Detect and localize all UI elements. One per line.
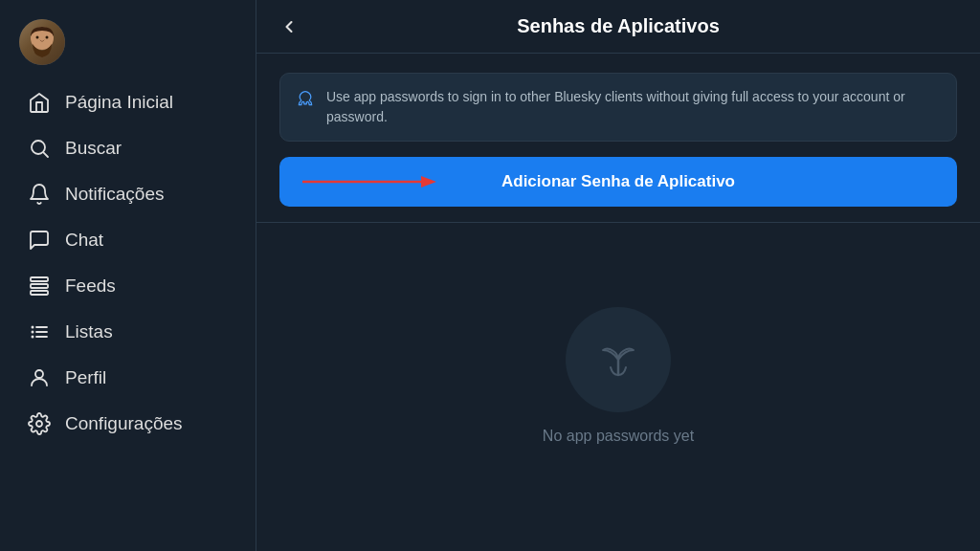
sidebar-item-profile-label: Perfil: [65, 367, 106, 388]
sidebar-item-notifications[interactable]: Notificações: [8, 172, 248, 216]
sidebar: Página Inicial Buscar Notificações Chat: [0, 0, 256, 551]
bluesky-icon: [296, 89, 315, 112]
arrow-annotation: [302, 173, 436, 190]
svg-point-9: [32, 336, 34, 339]
sidebar-item-notifications-label: Notificações: [65, 184, 165, 205]
sidebar-item-home-label: Página Inicial: [65, 92, 173, 113]
main-body: Use app passwords to sign in to other Bl…: [256, 54, 980, 551]
sidebar-item-profile[interactable]: Perfil: [8, 356, 248, 400]
svg-rect-4: [31, 277, 48, 281]
settings-icon: [27, 411, 52, 436]
feeds-icon: [27, 274, 52, 298]
back-button[interactable]: [276, 13, 302, 40]
svg-point-8: [32, 331, 34, 334]
svg-rect-6: [31, 291, 48, 295]
chat-icon: [27, 228, 52, 253]
sidebar-item-home[interactable]: Página Inicial: [8, 80, 248, 124]
lists-icon: [27, 320, 52, 344]
profile-icon: [27, 365, 52, 390]
page-title: Senhas de Aplicativos: [279, 15, 957, 37]
svg-point-13: [35, 370, 43, 378]
empty-state-text: No app passwords yet: [543, 428, 694, 445]
divider: [256, 222, 980, 223]
sidebar-item-search-label: Buscar: [65, 138, 122, 159]
add-button-container: Adicionar Senha de Aplicativo: [279, 157, 957, 207]
sidebar-item-settings-label: Configurações: [65, 413, 183, 434]
svg-point-7: [32, 326, 34, 329]
nav-menu: Página Inicial Buscar Notificações Chat: [0, 80, 256, 540]
home-icon: [27, 90, 52, 115]
svg-point-14: [36, 421, 42, 427]
svg-marker-16: [421, 176, 436, 187]
svg-point-2: [46, 36, 49, 39]
svg-point-3: [32, 141, 45, 154]
add-button-label: Adicionar Senha de Aplicativo: [501, 172, 735, 191]
page-header: Senhas de Aplicativos: [256, 0, 980, 54]
sidebar-item-feeds[interactable]: Feeds: [8, 264, 248, 308]
plant-icon: [591, 333, 645, 386]
sidebar-item-chat-label: Chat: [65, 230, 103, 251]
empty-state: No app passwords yet: [279, 238, 957, 532]
sidebar-item-feeds-label: Feeds: [65, 276, 116, 297]
sidebar-item-chat[interactable]: Chat: [8, 218, 248, 262]
info-text: Use app passwords to sign in to other Bl…: [326, 87, 941, 127]
svg-rect-5: [31, 284, 48, 288]
sidebar-item-lists[interactable]: Listas: [8, 310, 248, 354]
main-content: Senhas de Aplicativos Use app passwords …: [256, 0, 980, 551]
sidebar-item-search[interactable]: Buscar: [8, 126, 248, 170]
avatar[interactable]: [19, 19, 65, 65]
sidebar-item-lists-label: Listas: [65, 321, 113, 342]
search-icon: [27, 136, 52, 161]
empty-icon-circle: [566, 307, 671, 412]
sidebar-item-settings[interactable]: Configurações: [8, 402, 248, 446]
add-app-password-button[interactable]: Adicionar Senha de Aplicativo: [279, 157, 957, 207]
bell-icon: [27, 182, 52, 207]
svg-point-1: [36, 36, 39, 39]
info-box: Use app passwords to sign in to other Bl…: [279, 73, 957, 142]
